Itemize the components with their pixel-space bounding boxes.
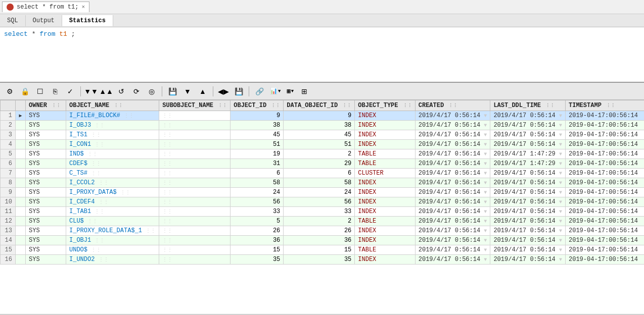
- cell-data-object-id: 2: [284, 149, 355, 159]
- cell-subobject-name: ⋮⋮: [159, 159, 231, 169]
- col-header-subobject-name[interactable]: SUBOBJECT_NAME ⋮⋮: [159, 100, 231, 111]
- table-row[interactable]: 13SYSI_PROXY_ROLE_DATA$_1 ⋮⋮ ⋮⋮2626INDEX…: [1, 226, 645, 236]
- check-button[interactable]: ✓: [64, 85, 77, 97]
- bookmark-button[interactable]: ◎: [145, 85, 158, 97]
- cell-rownum: 4: [1, 140, 16, 149]
- col-header-object-name[interactable]: OBJECT_NAME ⋮⋮: [66, 100, 159, 111]
- col-header-timestamp[interactable]: TIMESTAMP ⋮⋮: [566, 100, 644, 111]
- cell-indicator: [16, 159, 26, 169]
- cell-subobject-name: ⋮⋮: [159, 130, 231, 140]
- cell-object-type: TABLE: [355, 217, 415, 226]
- sql-tablename: t1: [59, 30, 67, 38]
- cell-rownum: 6: [1, 159, 16, 169]
- cell-object-type: TABLE: [355, 149, 415, 159]
- table-row[interactable]: 4SYSI_CON1 ⋮⋮ ⋮⋮5151INDEX2019/4/17 0:56:…: [1, 140, 645, 149]
- cell-object-id: 36: [231, 236, 284, 245]
- col-header-owner[interactable]: OWNER ⋮⋮: [26, 100, 66, 111]
- table-row[interactable]: 10SYSI_CDEF4 ⋮⋮ ⋮⋮5656INDEX2019/4/17 0:5…: [1, 197, 645, 207]
- cell-object-type: TABLE: [355, 245, 415, 255]
- table-row[interactable]: 8SYSI_CCOL2 ⋮⋮ ⋮⋮5858INDEX2019/4/17 0:56…: [1, 178, 645, 188]
- table-row[interactable]: 14SYSI_OBJ1 ⋮⋮ ⋮⋮3636INDEX2019/4/17 0:56…: [1, 236, 645, 245]
- cell-created: 2019/4/17 0:56:14 ▼: [415, 121, 490, 130]
- cell-object-id: 19: [231, 149, 284, 159]
- col-header-data-object-id[interactable]: DATA_OBJECT_ID ⋮⋮: [284, 100, 355, 111]
- cell-last-ddl-time: 2019/4/17 0:56:14 ▼: [490, 217, 566, 226]
- table-row[interactable]: 15SYSUNDO$ ⋮⋮ ⋮⋮1515TABLE2019/4/17 0:56:…: [1, 245, 645, 255]
- cell-indicator: [16, 169, 26, 178]
- filter-button[interactable]: ▼▼: [84, 85, 98, 97]
- cell-last-ddl-time: 2019/4/17 0:56:14 ▼: [490, 140, 566, 149]
- export-button[interactable]: 💾: [232, 85, 245, 97]
- tab-sql[interactable]: SQL: [0, 15, 26, 26]
- cell-timestamp: 2019-04-17:00:56:14: [566, 169, 644, 178]
- import-button[interactable]: ◀▶: [217, 85, 230, 97]
- cell-object-name: I_UNDO2 ⋮⋮: [66, 255, 159, 265]
- cell-created: 2019/4/17 0:56:14 ▼: [415, 130, 490, 140]
- cell-data-object-id: 36: [284, 236, 355, 245]
- table-row[interactable]: 16SYSI_UNDO2 ⋮⋮ ⋮⋮3535INDEX2019/4/17 0:5…: [1, 255, 645, 265]
- cell-subobject-name: ⋮⋮: [159, 207, 231, 217]
- cell-subobject-name: ⋮⋮: [159, 217, 231, 226]
- sep1: [80, 86, 81, 96]
- cell-data-object-id: 26: [284, 226, 355, 236]
- save-button[interactable]: 💾: [166, 85, 179, 97]
- sort-button[interactable]: ▲▲: [100, 85, 113, 97]
- cell-object-id: 35: [231, 255, 284, 265]
- cell-rownum: 13: [1, 226, 16, 236]
- paste-button[interactable]: ⎘: [49, 85, 62, 97]
- chart-button[interactable]: 📊 ▼: [268, 85, 283, 97]
- link-button[interactable]: 🔗: [253, 85, 266, 97]
- copy-button[interactable]: ☐: [33, 85, 47, 97]
- table-row[interactable]: 3SYSI_TS1 ⋮⋮ ⋮⋮4545INDEX2019/4/17 0:56:1…: [1, 130, 645, 140]
- settings-button[interactable]: ⚙: [3, 85, 16, 97]
- cell-timestamp: 2019-04-17:00:56:14: [566, 255, 644, 265]
- table-row[interactable]: 2SYSI_OBJ3 ⋮⋮ ⋮⋮3838INDEX2019/4/17 0:56:…: [1, 121, 645, 130]
- sql-editor[interactable]: select * from t1 ;: [0, 27, 644, 83]
- columns-button[interactable]: ⊞: [298, 85, 311, 97]
- cell-rownum: 10: [1, 197, 16, 207]
- tab-statistics[interactable]: Statistics: [62, 15, 113, 26]
- cell-object-id: 33: [231, 207, 284, 217]
- data-grid[interactable]: OWNER ⋮⋮ OBJECT_NAME ⋮⋮ SUBOBJECT_NAME ⋮…: [0, 100, 644, 314]
- table-row[interactable]: 12SYSCLU$ ⋮⋮ ⋮⋮52TABLE2019/4/17 0:56:14 …: [1, 217, 645, 226]
- cell-data-object-id: 38: [284, 121, 355, 130]
- save-drop-button[interactable]: ▼: [181, 85, 194, 97]
- close-tab-button[interactable]: ×: [81, 4, 85, 10]
- col-header-object-type[interactable]: OBJECT_TYPE ⋮⋮: [355, 100, 415, 111]
- cell-created: 2019/4/17 0:56:14 ▼: [415, 217, 490, 226]
- tab-output[interactable]: Output: [26, 15, 62, 26]
- cell-object-name: I_FILE#_BLOCK# ⋮⋮: [66, 111, 159, 121]
- cell-owner: SYS: [26, 188, 66, 197]
- cell-data-object-id: 51: [284, 140, 355, 149]
- cell-created: 2019/4/17 0:56:14 ▼: [415, 207, 490, 217]
- cell-data-object-id: 56: [284, 197, 355, 207]
- grid-button[interactable]: ▦ ▼: [285, 85, 296, 97]
- refresh-button[interactable]: ↺: [115, 85, 128, 97]
- lock-button[interactable]: 🔒: [18, 85, 31, 97]
- cell-timestamp: 2019-04-17:00:56:14: [566, 197, 644, 207]
- cell-owner: SYS: [26, 111, 66, 121]
- table-row[interactable]: 7SYSC_TS# ⋮⋮ ⋮⋮66CLUSTER2019/4/17 0:56:1…: [1, 169, 645, 178]
- cell-timestamp: 2019-04-17:00:56:14: [566, 130, 644, 140]
- cell-timestamp: 2019-04-17:00:56:14: [566, 121, 644, 130]
- table-row[interactable]: 9SYSI_PROXY_DATA$ ⋮⋮ ⋮⋮2424INDEX2019/4/1…: [1, 188, 645, 197]
- col-header-last-ddl[interactable]: LAST_DDL_TIME ⋮⋮: [490, 100, 566, 111]
- col-header-object-id[interactable]: OBJECT_ID ⋮⋮: [231, 100, 284, 111]
- table-row[interactable]: 6SYSCDEF$ ⋮⋮ ⋮⋮3129TABLE2019/4/17 0:56:1…: [1, 159, 645, 169]
- cell-object-type: INDEX: [355, 226, 415, 236]
- cell-owner: SYS: [26, 159, 66, 169]
- table-row[interactable]: 1▶SYSI_FILE#_BLOCK# ⋮⋮ ⋮⋮99INDEX2019/4/1…: [1, 111, 645, 121]
- cell-created: 2019/4/17 0:56:14 ▼: [415, 159, 490, 169]
- cell-owner: SYS: [26, 236, 66, 245]
- table-row[interactable]: 11SYSI_TAB1 ⋮⋮ ⋮⋮3333INDEX2019/4/17 0:56…: [1, 207, 645, 217]
- table-row[interactable]: 5SYSIND$ ⋮⋮ ⋮⋮192TABLE2019/4/17 0:56:14 …: [1, 149, 645, 159]
- cell-data-object-id: 58: [284, 178, 355, 188]
- col-header-created[interactable]: CREATED ⋮⋮: [415, 100, 490, 111]
- title-tab[interactable]: select * from t1; ×: [2, 2, 89, 12]
- cell-last-ddl-time: 2019/4/17 0:56:14 ▼: [490, 236, 566, 245]
- cell-object-name: I_OBJ3 ⋮⋮: [66, 121, 159, 130]
- cell-object-type: INDEX: [355, 111, 415, 121]
- find-button[interactable]: ⟳: [130, 85, 143, 97]
- upload-button[interactable]: ▲: [196, 85, 209, 97]
- cell-indicator: [16, 130, 26, 140]
